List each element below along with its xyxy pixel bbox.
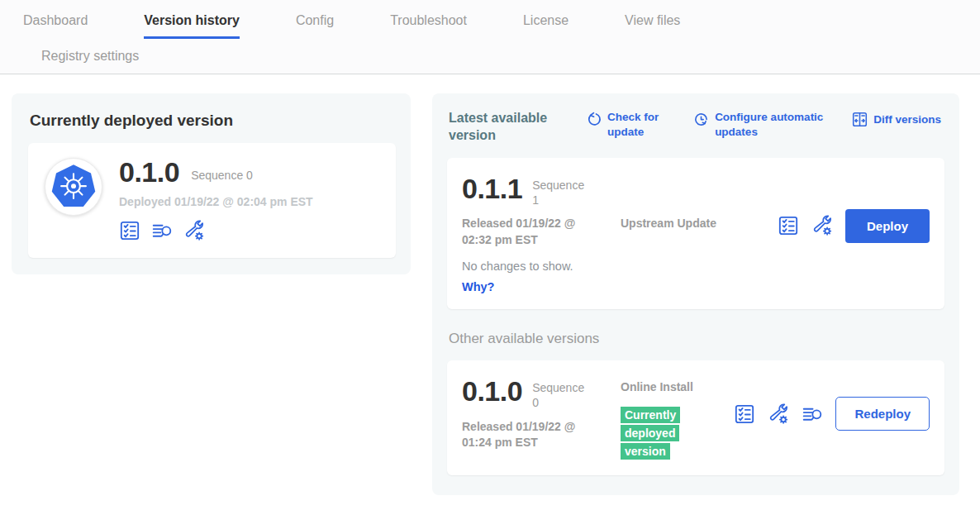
tab-dashboard[interactable]: Dashboard <box>23 13 88 39</box>
wrench-gear-icon[interactable] <box>183 220 205 241</box>
deployed-timestamp: Deployed 01/19/22 @ 02:04 pm EST <box>119 195 313 208</box>
diff-versions-link[interactable]: Diff versions <box>852 110 941 127</box>
latest-available-panel: Latest available version Check for updat… <box>432 93 959 495</box>
why-link[interactable]: Why? <box>462 280 494 293</box>
other-source-column: Online Install Currently deployed versio… <box>621 377 718 460</box>
other-version-number: 0.1.0 <box>462 377 522 407</box>
tab-registry-settings[interactable]: Registry settings <box>41 49 139 74</box>
redeploy-button[interactable]: Redeploy <box>835 397 930 431</box>
top-navigation: Dashboard Version history Config Trouble… <box>0 0 980 74</box>
latest-version-number: 0.1.1 <box>462 174 522 204</box>
currently-deployed-panel: Currently deployed version 0.1.0 Sequenc… <box>12 93 411 274</box>
lines-magnifier-icon[interactable] <box>151 220 173 241</box>
deploy-button[interactable]: Deploy <box>845 209 930 243</box>
tab-config[interactable]: Config <box>296 13 334 39</box>
wrench-gear-icon[interactable] <box>768 403 789 425</box>
nav-row-primary: Dashboard Version history Config Trouble… <box>23 13 980 39</box>
latest-sequence-label: Sequence 1 <box>532 174 593 207</box>
tab-view-files[interactable]: View files <box>625 13 680 39</box>
deployed-version-card: 0.1.0 Sequence 0 Deployed 01/19/22 @ 02:… <box>28 143 396 258</box>
latest-version-card: 0.1.1 Sequence 1 Released 01/19/22 @ 02:… <box>447 158 944 310</box>
other-source-label: Online Install <box>621 379 718 396</box>
no-changes-text: No changes to show. <box>462 260 930 273</box>
other-version-card: 0.1.0 Sequence 0 Released 01/19/22 @ 01:… <box>447 360 944 475</box>
tab-version-history[interactable]: Version history <box>144 13 240 39</box>
main-content: Currently deployed version 0.1.0 Sequenc… <box>0 74 980 495</box>
currently-deployed-badge: Currently deployed version <box>621 407 680 460</box>
check-for-update-link[interactable]: Check for update <box>586 110 670 139</box>
tab-license[interactable]: License <box>523 13 568 39</box>
other-sequence-label: Sequence 0 <box>532 377 593 410</box>
tab-troubleshoot[interactable]: Troubleshoot <box>390 13 467 39</box>
latest-source-label: Upstream Update <box>621 174 718 249</box>
check-for-update-label: Check for update <box>607 110 670 139</box>
diff-versions-label: Diff versions <box>873 110 941 127</box>
checklist-icon[interactable] <box>778 215 799 236</box>
auto-update-clock-icon <box>693 112 709 127</box>
deployed-sequence-label: Sequence 0 <box>191 164 253 182</box>
nav-row-secondary: Registry settings <box>23 39 980 74</box>
checklist-icon[interactable] <box>734 403 755 425</box>
deployed-version-number: 0.1.0 <box>119 158 179 188</box>
kubernetes-logo-icon <box>45 158 102 216</box>
wrench-gear-icon[interactable] <box>811 215 833 236</box>
configure-auto-updates-label: Configure automatic updates <box>715 110 829 139</box>
latest-released-timestamp: Released 01/19/22 @ 02:32 pm EST <box>462 216 604 248</box>
latest-available-heading: Latest available version <box>449 110 563 145</box>
diff-columns-icon <box>852 112 868 127</box>
checklist-icon[interactable] <box>119 220 140 241</box>
refresh-arrow-icon <box>586 112 602 127</box>
lines-magnifier-icon[interactable] <box>802 403 823 425</box>
deployed-version-details: 0.1.0 Sequence 0 Deployed 01/19/22 @ 02:… <box>119 158 313 241</box>
other-versions-heading: Other available versions <box>449 331 944 347</box>
currently-deployed-heading: Currently deployed version <box>30 112 394 130</box>
other-released-timestamp: Released 01/19/22 @ 01:24 pm EST <box>462 419 604 451</box>
configure-auto-updates-link[interactable]: Configure automatic updates <box>693 110 829 139</box>
